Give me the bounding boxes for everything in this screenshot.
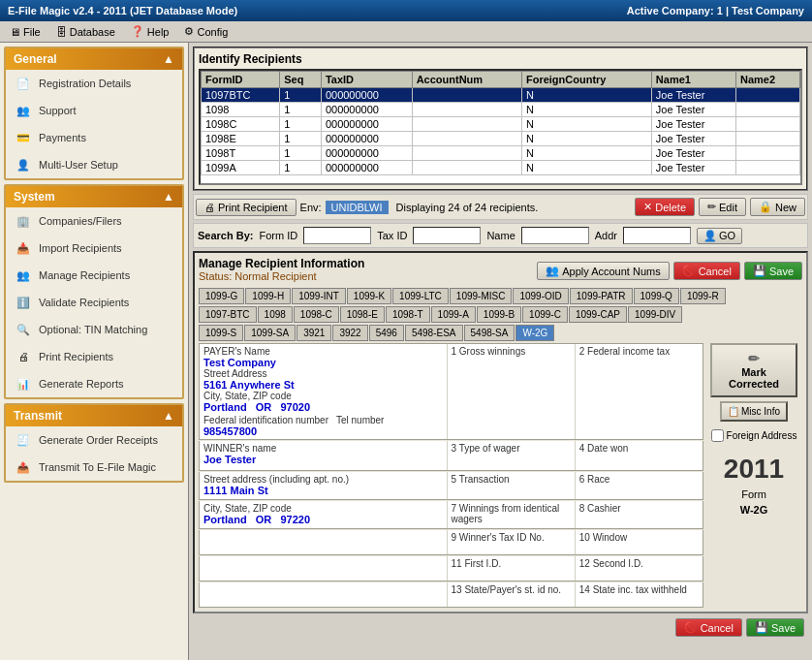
tab-1097btc[interactable]: 1097-BTC xyxy=(199,306,257,323)
tab-1098c[interactable]: 1098-C xyxy=(294,306,339,323)
tab-1099s[interactable]: 1099-S xyxy=(199,325,243,341)
cell-account xyxy=(412,103,521,117)
cell-account xyxy=(412,132,521,146)
sidebar-item-transmit[interactable]: 📤 Transmit To E-File Magic xyxy=(6,454,182,481)
table-row[interactable]: 1099A 1 000000000 N Joe Tester xyxy=(202,161,800,175)
tab-1099g[interactable]: 1099-G xyxy=(199,288,244,304)
sidebar-item-payments[interactable]: 💳 Payments xyxy=(6,124,182,151)
tab-1099int[interactable]: 1099-INT xyxy=(292,288,346,304)
sidebar-item-multiuser[interactable]: 👤 Multi-User Setup xyxy=(6,151,182,178)
sidebar-registration-label: Registration Details xyxy=(39,78,131,89)
tab-3922[interactable]: 3922 xyxy=(332,325,367,341)
sidebar-item-manage[interactable]: 👥 Manage Recipients xyxy=(6,262,182,289)
menu-file[interactable]: 🖥 File xyxy=(4,24,47,40)
sidebar-multiuser-label: Multi-User Setup xyxy=(39,159,118,171)
menu-help[interactable]: ❓ Help xyxy=(125,23,175,40)
manage-cancel-button[interactable]: 🚫 Cancel xyxy=(673,262,740,280)
col-foreigncountry: ForeignCountry xyxy=(521,72,651,88)
menu-database[interactable]: 🗄 Database xyxy=(50,24,121,40)
bottom-cancel-button[interactable]: 🚫 Cancel xyxy=(675,618,742,637)
sidebar-item-registration[interactable]: 📄 Registration Details xyxy=(6,70,182,97)
sidebar-item-generate[interactable]: 📊 Generate Reports xyxy=(6,370,182,397)
fed-id-label: Federal identification number xyxy=(203,415,328,425)
tab-3921[interactable]: 3921 xyxy=(297,325,331,341)
addr-input[interactable] xyxy=(623,227,691,244)
cell-account xyxy=(412,88,521,103)
tab-1099b[interactable]: 1099-B xyxy=(477,306,521,323)
tab-1099a[interactable]: 1099-A xyxy=(431,306,476,323)
sidebar-item-validate[interactable]: ℹ️ Validate Recipients xyxy=(6,289,182,316)
sidebar-item-import[interactable]: 📥 Import Recipients xyxy=(6,235,182,262)
sidebar-companies-label: Companies/Filers xyxy=(39,215,122,227)
cell-formid: 1099A xyxy=(202,161,280,175)
name-label: Name xyxy=(486,230,515,241)
support-icon: 👥 xyxy=(14,101,33,120)
table-row[interactable]: 1098T 1 000000000 N Joe Tester xyxy=(202,146,800,161)
sidebar-item-tin[interactable]: 🔍 Optional: TIN Matching xyxy=(6,316,182,343)
misc-info-button[interactable]: 📋 Misc Info xyxy=(720,401,788,422)
cell-name2 xyxy=(736,103,800,117)
taxid-input[interactable] xyxy=(413,227,481,244)
transmit-icon: 📤 xyxy=(14,457,33,477)
tab-1099sa[interactable]: 1099-SA xyxy=(244,325,296,341)
tab-1099h[interactable]: 1099-H xyxy=(245,288,291,304)
sidebar-manage-label: Manage Recipients xyxy=(39,269,130,281)
apply-account-nums-button[interactable]: 👥 Apply Account Nums xyxy=(537,262,670,280)
sidebar-receipts-label: Generate Order Receipts xyxy=(39,434,158,446)
tab-1099div[interactable]: 1099-DIV xyxy=(628,306,682,323)
cell-foreign: N xyxy=(521,103,651,117)
cell-name1: Joe Tester xyxy=(651,132,735,146)
mark-corrected-button[interactable]: ✏ Mark Corrected xyxy=(710,343,797,397)
delete-button[interactable]: ✕ Delete xyxy=(635,198,695,216)
tab-1099cap[interactable]: 1099-CAP xyxy=(569,306,627,323)
tab-1099misc[interactable]: 1099-MISC xyxy=(450,288,513,304)
tab-5496[interactable]: 5496 xyxy=(369,325,404,341)
window-label: 10 Window xyxy=(579,532,699,543)
sidebar-header-system[interactable]: System ▲ xyxy=(6,186,182,207)
tab-1099ltc[interactable]: 1099-LTC xyxy=(392,288,449,304)
sidebar-item-support[interactable]: 👥 Support xyxy=(6,97,182,124)
go-button[interactable]: 👤 GO xyxy=(697,228,742,244)
tab-1099c[interactable]: 1099-C xyxy=(522,306,568,323)
tab-1099q[interactable]: 1099-Q xyxy=(634,288,679,304)
sidebar-item-receipts[interactable]: 🧾 Generate Order Receipts xyxy=(6,426,182,454)
street-value: 5161 Anywhere St xyxy=(203,379,443,391)
tab-5498esa[interactable]: 5498-ESA xyxy=(405,325,463,341)
sidebar-item-companies[interactable]: 🏢 Companies/Filers xyxy=(6,207,182,235)
tab-1099oid[interactable]: 1099-OID xyxy=(513,288,568,304)
sidebar-section-system: System ▲ 🏢 Companies/Filers 📥 Import Rec… xyxy=(4,184,184,399)
tab-1099patr[interactable]: 1099-PATR xyxy=(570,288,633,304)
table-row[interactable]: 1098C 1 000000000 N Joe Tester xyxy=(202,117,800,132)
name-input[interactable] xyxy=(521,227,589,244)
cell-name2 xyxy=(736,132,800,146)
sidebar-header-general[interactable]: General ▲ xyxy=(6,48,182,70)
tab-1099k[interactable]: 1099-K xyxy=(347,288,391,304)
table-row[interactable]: 1097BTC 1 000000000 N Joe Tester xyxy=(202,88,800,103)
cell-foreign: N xyxy=(521,161,651,175)
formid-input[interactable] xyxy=(303,227,371,244)
bottom-save-icon: 💾 xyxy=(755,621,768,634)
bottom-save-button[interactable]: 💾 Save xyxy=(746,618,804,637)
sidebar-item-print[interactable]: 🖨 Print Recipients xyxy=(6,343,182,370)
edit-button[interactable]: ✏ Edit xyxy=(699,198,746,216)
tab-1099r[interactable]: 1099-R xyxy=(680,288,726,304)
sidebar-general-arrow: ▲ xyxy=(163,52,174,66)
search-label: Search By: xyxy=(198,230,253,241)
new-button[interactable]: 🔒 New xyxy=(750,198,805,216)
tab-1098[interactable]: 1098 xyxy=(258,306,293,323)
manage-save-button[interactable]: 💾 Save xyxy=(744,262,802,280)
recipients-table-container[interactable]: FormID Seq TaxID AccountNum ForeignCount… xyxy=(199,69,802,185)
cell-seq: 1 xyxy=(280,132,322,146)
tab-w2g[interactable]: W-2G xyxy=(515,325,554,341)
recipients-table: FormID Seq TaxID AccountNum ForeignCount… xyxy=(201,71,800,175)
tab-5498sa[interactable]: 5498-SA xyxy=(464,325,515,341)
table-row[interactable]: 1098 1 000000000 N Joe Tester xyxy=(202,103,800,117)
tab-1098t[interactable]: 1098-T xyxy=(386,306,430,323)
print-recipient-button[interactable]: 🖨 Print Recipient xyxy=(196,199,297,216)
table-row[interactable]: 1098E 1 000000000 N Joe Tester xyxy=(202,132,800,146)
foreign-address-checkbox[interactable] xyxy=(711,429,724,442)
tab-1098e[interactable]: 1098-E xyxy=(340,306,385,323)
form-right-panel: ✏ Mark Corrected 📋 Misc Info Foreign Add… xyxy=(705,343,802,608)
sidebar-header-transmit[interactable]: Transmit ▲ xyxy=(6,405,182,426)
menu-config[interactable]: ⚙ Config xyxy=(178,23,234,40)
